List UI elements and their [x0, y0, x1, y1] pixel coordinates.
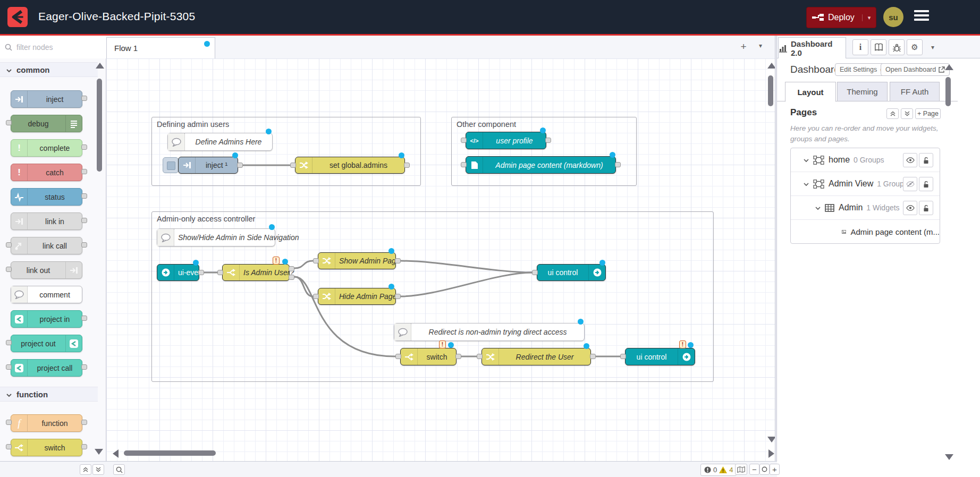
chevron-down-icon[interactable] — [804, 155, 809, 165]
palette-node-inject[interactable]: inject — [11, 90, 82, 108]
palette-node-project-call[interactable]: project call — [11, 359, 82, 377]
tab-layout[interactable]: Layout — [785, 82, 836, 102]
node-redirect-the-user[interactable]: Redirect the User — [481, 348, 591, 365]
palette-scroll-down[interactable] — [95, 449, 103, 455]
info-icon[interactable]: i — [852, 39, 868, 55]
output-port[interactable] — [395, 294, 401, 299]
input-port[interactable] — [6, 340, 12, 345]
canvas-scroll-right[interactable] — [768, 449, 774, 458]
node-comment-define-admins[interactable]: Define Admins Here — [167, 133, 273, 151]
canvas-scroll-up[interactable] — [767, 63, 775, 69]
flow-list-caret[interactable]: ▾ — [754, 42, 767, 55]
add-page-button[interactable]: + Page — [915, 108, 941, 119]
zoom-in-button[interactable]: + — [770, 464, 780, 475]
output-port[interactable] — [81, 242, 87, 248]
output-port[interactable] — [81, 144, 87, 150]
book-icon[interactable] — [871, 39, 886, 55]
palette-node-debug[interactable]: debug — [11, 115, 82, 132]
input-port[interactable] — [6, 420, 12, 425]
node-show-admin-page[interactable]: Show Admin Page — [318, 252, 396, 269]
palette-scroll-up[interactable] — [96, 63, 104, 69]
palette-node-comment[interactable]: comment — [11, 286, 82, 303]
canvas-scroll-left[interactable] — [113, 449, 119, 458]
lock-button[interactable] — [919, 201, 933, 215]
bug-icon[interactable] — [889, 39, 905, 55]
tab-theming[interactable]: Theming — [837, 82, 888, 101]
node-admin-page-content[interactable]: Admin page content (markdown) — [466, 156, 616, 174]
group-defining-admin-users[interactable]: Defining admin users — [151, 117, 421, 186]
expand-all-button[interactable] — [901, 108, 913, 119]
sidebar-options-caret[interactable]: ▾ — [931, 44, 934, 51]
add-flow-button[interactable]: + — [737, 41, 750, 54]
input-port[interactable] — [313, 258, 319, 263]
palette-node-catch[interactable]: ! catch — [11, 164, 82, 181]
node-is-admin-user[interactable]: Is Admin User? — [222, 264, 290, 281]
visibility-button[interactable] — [903, 153, 917, 167]
output-port[interactable] — [81, 420, 87, 425]
output-port[interactable] — [545, 138, 551, 143]
zoom-out-button[interactable]: − — [749, 464, 759, 475]
user-avatar[interactable]: su — [883, 7, 903, 27]
tree-row-admin-page-content[interactable]: Admin page content (m... — [791, 220, 940, 243]
tab-dashboard-2[interactable]: Dashboard 2.0 — [778, 37, 846, 59]
output-port[interactable] — [81, 193, 87, 199]
lock-button[interactable] — [919, 153, 933, 167]
output-port-2[interactable] — [289, 275, 294, 280]
palette-node-link-out[interactable]: link out — [11, 261, 82, 279]
palette-expand-all-button[interactable] — [92, 464, 104, 475]
chevron-down-icon[interactable] — [815, 203, 821, 212]
palette-category-function[interactable]: function — [0, 387, 98, 402]
node-comment-show-hide-admin[interactable]: Show/Hide Admin in Side Navigation — [157, 228, 275, 246]
deploy-options-caret[interactable]: ▾ — [862, 14, 871, 21]
palette-node-complete[interactable]: ! complete — [11, 139, 82, 157]
inject-trigger-button[interactable] — [163, 157, 179, 173]
input-port[interactable] — [461, 162, 467, 167]
input-port[interactable] — [6, 364, 12, 370]
output-port[interactable] — [590, 354, 596, 359]
node-switch[interactable]: switch — [400, 348, 457, 365]
flow-canvas[interactable]: Defining admin users Other component Adm… — [106, 58, 775, 461]
palette-collapse-all-button[interactable] — [80, 464, 91, 475]
canvas-vscrollbar-thumb[interactable] — [768, 75, 773, 106]
node-set-global-admins[interactable]: set global.admins — [295, 157, 405, 174]
palette-node-status[interactable]: status — [11, 188, 82, 206]
output-port[interactable] — [81, 364, 87, 370]
palette-node-switch[interactable]: switch — [11, 439, 82, 456]
input-port[interactable] — [6, 267, 12, 272]
node-inject-1[interactable]: inject ¹ — [178, 157, 238, 174]
input-port[interactable] — [6, 444, 12, 449]
palette-node-project-out[interactable]: project out — [11, 335, 82, 352]
palette-node-function[interactable]: f function — [11, 414, 82, 432]
palette-node-link-call[interactable]: link call — [11, 237, 82, 254]
output-port[interactable] — [81, 316, 87, 321]
sidebar-scrollbar-thumb[interactable] — [945, 77, 951, 106]
node-ui-control-1[interactable]: ui control — [537, 264, 606, 281]
output-port[interactable] — [237, 163, 243, 168]
output-port[interactable] — [395, 258, 401, 263]
collapse-all-button[interactable] — [886, 108, 899, 119]
canvas-hscrollbar-thumb[interactable] — [124, 450, 216, 456]
input-port[interactable] — [290, 163, 296, 168]
output-port[interactable] — [198, 270, 204, 275]
visibility-button[interactable] — [903, 177, 917, 191]
output-port[interactable] — [81, 96, 87, 101]
canvas-search-button[interactable] — [113, 464, 125, 475]
output-port[interactable] — [404, 163, 410, 168]
input-port[interactable] — [620, 354, 626, 359]
node-comment-redirect[interactable]: Redirect is non-admin trying direct acce… — [394, 323, 585, 341]
palette-scrollbar-thumb[interactable] — [97, 79, 102, 172]
visibility-button[interactable] — [903, 201, 917, 215]
palette-category-common[interactable]: common — [0, 62, 98, 77]
output-port[interactable] — [455, 354, 461, 359]
output-port[interactable] — [615, 162, 621, 167]
tab-ff-auth[interactable]: FF Auth — [890, 82, 940, 101]
input-port[interactable] — [217, 270, 223, 275]
zoom-reset-button[interactable] — [759, 464, 770, 475]
palette-node-project-in[interactable]: project in — [11, 310, 82, 328]
input-port[interactable] — [461, 138, 467, 143]
deploy-button[interactable]: Deploy ▾ — [806, 7, 876, 28]
output-port[interactable] — [81, 169, 87, 174]
filter-nodes-input[interactable] — [15, 42, 97, 52]
input-port[interactable] — [477, 354, 483, 359]
input-port[interactable] — [532, 270, 538, 275]
